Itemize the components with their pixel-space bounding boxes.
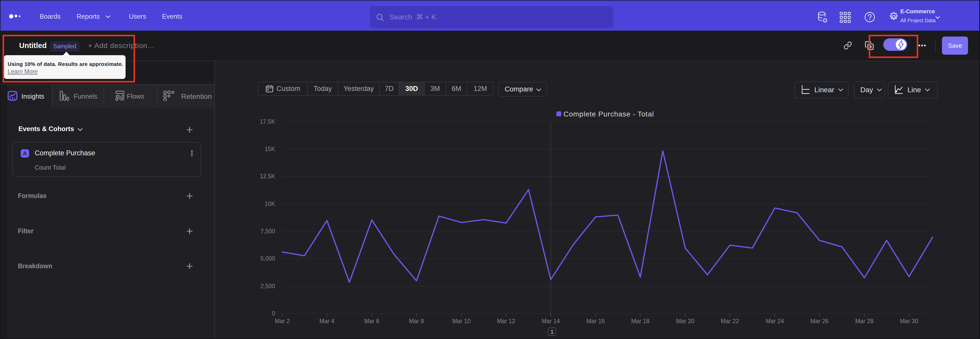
svg-text:Mar 8: Mar 8 bbox=[409, 318, 424, 325]
svg-text:15K: 15K bbox=[265, 146, 275, 152]
svg-text:Mar 2: Mar 2 bbox=[275, 318, 290, 325]
svg-text:Mar 4: Mar 4 bbox=[320, 318, 334, 325]
svg-text:7,500: 7,500 bbox=[260, 228, 275, 235]
svg-text:Mar 12: Mar 12 bbox=[497, 318, 515, 325]
svg-text:2,500: 2,500 bbox=[260, 283, 275, 289]
svg-text:Mar 22: Mar 22 bbox=[721, 318, 739, 325]
svg-text:Mar 16: Mar 16 bbox=[587, 318, 605, 325]
svg-text:Mar 30: Mar 30 bbox=[900, 318, 918, 325]
svg-text:Mar 6: Mar 6 bbox=[364, 318, 380, 325]
svg-text:Mar 26: Mar 26 bbox=[810, 318, 829, 325]
svg-text:0: 0 bbox=[272, 310, 275, 317]
svg-text:12.5K: 12.5K bbox=[260, 173, 275, 179]
svg-text:Mar 14: Mar 14 bbox=[542, 318, 560, 325]
svg-text:Mar 28: Mar 28 bbox=[855, 318, 873, 325]
svg-text:17.5K: 17.5K bbox=[260, 118, 275, 125]
svg-text:Mar 20: Mar 20 bbox=[676, 318, 694, 325]
svg-text:10K: 10K bbox=[265, 200, 275, 207]
svg-text:5,000: 5,000 bbox=[260, 255, 275, 262]
svg-text:Mar 18: Mar 18 bbox=[631, 318, 649, 325]
svg-text:Complete Purchase - Total: Complete Purchase - Total bbox=[563, 110, 654, 118]
svg-text:Mar 10: Mar 10 bbox=[452, 318, 471, 325]
svg-text:Mar 24: Mar 24 bbox=[765, 318, 784, 325]
